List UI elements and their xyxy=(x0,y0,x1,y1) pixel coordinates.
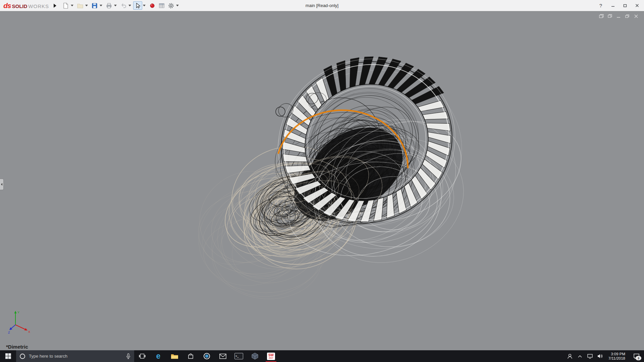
doc-cascade-button[interactable] xyxy=(607,14,612,18)
restore-icon xyxy=(623,3,627,8)
design-table-button[interactable] xyxy=(157,1,166,10)
model-viewer-button[interactable] xyxy=(247,350,263,362)
save-dropdown-caret-icon[interactable] xyxy=(100,5,102,6)
save-floppy-icon xyxy=(91,2,98,9)
taskbar-search[interactable] xyxy=(16,350,134,362)
new-window-icon xyxy=(599,14,604,18)
appearance-sphere-icon xyxy=(149,2,156,9)
start-button[interactable] xyxy=(0,350,16,362)
jet-engine-wireframe-model[interactable] xyxy=(0,11,644,350)
search-input[interactable] xyxy=(28,353,123,359)
network-button[interactable] xyxy=(585,350,595,362)
window-controls: ? xyxy=(596,0,642,11)
people-icon xyxy=(567,353,573,359)
people-button[interactable] xyxy=(565,350,575,362)
triad-z-label: Z xyxy=(8,331,10,334)
new-dropdown-caret-icon[interactable] xyxy=(71,5,73,6)
close-icon xyxy=(635,3,639,8)
task-view-icon xyxy=(139,353,146,359)
orientation-triad: Y X Z xyxy=(8,309,32,334)
notification-badge: 3 xyxy=(636,356,641,360)
select-tool-button[interactable] xyxy=(133,1,142,10)
select-cursor-icon xyxy=(135,2,141,9)
doc-new-window-button[interactable] xyxy=(599,14,604,18)
print-button[interactable] xyxy=(104,1,113,10)
solidworks-window: ds SOLID WORKS xyxy=(0,0,644,362)
menu-flyout-arrow-icon[interactable] xyxy=(54,4,56,8)
close-button[interactable] xyxy=(632,2,642,10)
chevron-up-icon xyxy=(578,355,582,358)
view-orientation-label: *Dimetric xyxy=(6,344,28,350)
doc-minimize-button[interactable] xyxy=(616,14,621,18)
open-document-button[interactable] xyxy=(75,1,85,10)
windows-logo-icon xyxy=(5,353,11,359)
task-view-button[interactable] xyxy=(134,350,150,362)
edge-browser-button[interactable]: e xyxy=(150,350,166,362)
design-table-icon xyxy=(158,2,165,9)
select-dropdown-caret-icon[interactable] xyxy=(143,5,146,6)
doc-restore-button[interactable] xyxy=(625,14,630,18)
new-document-icon xyxy=(62,2,69,9)
restore-button[interactable] xyxy=(620,2,630,10)
file-explorer-button[interactable] xyxy=(166,350,182,362)
clock-time: 3:09 PM xyxy=(611,352,625,356)
printer-icon xyxy=(106,2,112,9)
file-explorer-icon xyxy=(171,353,178,359)
minimize-icon xyxy=(611,3,615,8)
show-hidden-icons-button[interactable] xyxy=(575,350,585,362)
store-button[interactable] xyxy=(182,350,199,362)
system-tray xyxy=(565,350,605,362)
solidworks-logo: ds SOLID WORKS xyxy=(0,2,52,10)
microphone-icon[interactable] xyxy=(126,353,131,359)
brand-solid: SOLID xyxy=(12,3,28,9)
cascade-windows-icon xyxy=(607,14,612,18)
open-folder-icon xyxy=(77,2,84,9)
command-prompt-icon: >_ xyxy=(234,353,243,359)
speaker-icon xyxy=(597,354,603,359)
command-prompt-button[interactable]: >_ xyxy=(231,350,247,362)
undo-button[interactable] xyxy=(119,1,128,10)
task-pane-collapse-tab[interactable] xyxy=(0,179,4,190)
help-button[interactable]: ? xyxy=(596,2,606,10)
volume-button[interactable] xyxy=(595,350,605,362)
title-bar: ds SOLID WORKS xyxy=(0,0,644,11)
doc-minimize-icon xyxy=(616,14,621,18)
print-dropdown-caret-icon[interactable] xyxy=(114,5,117,6)
triad-x-label: X xyxy=(28,330,30,334)
brand-works: WORKS xyxy=(28,3,49,9)
mail-envelope-icon xyxy=(219,354,226,359)
windows-taskbar: e >_ xyxy=(0,350,644,362)
solidworks-2017-icon: SW 2017 xyxy=(267,353,275,360)
undo-dropdown-caret-icon[interactable] xyxy=(128,5,131,6)
options-dropdown-caret-icon[interactable] xyxy=(176,5,179,6)
gear-icon xyxy=(168,2,174,9)
document-window-controls xyxy=(599,14,639,18)
minimize-button[interactable] xyxy=(608,2,618,10)
cortana-circle-icon xyxy=(19,353,25,359)
model-viewer-cube-icon xyxy=(252,353,258,360)
store-bag-icon xyxy=(187,353,194,359)
graphics-viewport[interactable]: Y X Z *Dimetric xyxy=(0,11,644,350)
action-center-button[interactable]: 3 xyxy=(629,350,644,362)
taskbar-spacer xyxy=(279,350,565,362)
network-icon xyxy=(587,354,593,359)
doc-close-icon xyxy=(634,14,639,18)
doc-restore-icon xyxy=(625,14,630,18)
save-button[interactable] xyxy=(90,1,99,10)
edge-icon: e xyxy=(156,352,161,361)
clock-date: 7/11/2018 xyxy=(608,356,625,361)
quick-toolbar xyxy=(61,1,180,10)
new-document-button[interactable] xyxy=(61,1,70,10)
browser-circle-button[interactable] xyxy=(199,350,215,362)
undo-arrow-icon xyxy=(120,2,127,9)
appearance-button[interactable] xyxy=(148,1,157,10)
collapse-arrow-icon xyxy=(1,183,2,186)
solidworks-app-button[interactable]: SW 2017 xyxy=(263,350,279,362)
mail-button[interactable] xyxy=(215,350,231,362)
triad-y-label: Y xyxy=(17,311,19,314)
open-dropdown-caret-icon[interactable] xyxy=(85,5,88,6)
browser-circle-icon xyxy=(203,353,210,360)
taskbar-clock[interactable]: 3:09 PM 7/11/2018 xyxy=(605,350,629,362)
options-button[interactable] xyxy=(166,1,175,10)
doc-close-button[interactable] xyxy=(634,14,639,18)
